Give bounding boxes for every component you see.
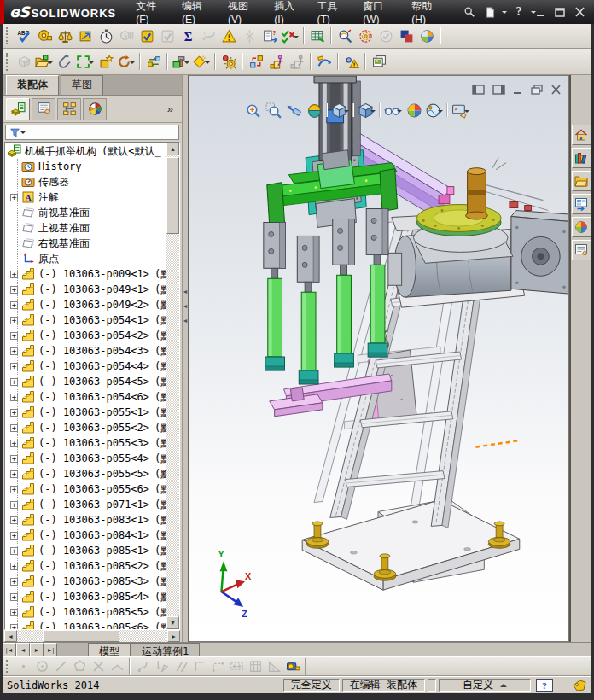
tree-item[interactable]: (-) 103063-p055<6> (默认 (5, 481, 166, 497)
component-preview-icon[interactable] (191, 51, 212, 72)
equations-icon[interactable]: Σ (178, 26, 198, 46)
expander-icon[interactable] (10, 501, 18, 509)
scrollbar-thumb[interactable] (166, 157, 179, 234)
point-icon[interactable] (14, 658, 32, 675)
tree-item[interactable]: (-) 103063-p055<2> (默认 (5, 420, 166, 435)
document-tab[interactable]: 运动算例1 (131, 643, 200, 656)
tree-item[interactable]: (-) 103063-p085<6> (默认 (5, 620, 166, 629)
verification-icon[interactable] (218, 26, 239, 46)
tree-item[interactable]: (-) 103063-p054<1> (默认 (5, 312, 166, 328)
expander-icon[interactable] (10, 409, 18, 417)
task-pane-button[interactable] (572, 148, 591, 168)
tree-item[interactable]: (-) 103063-p071<1> (默认 (5, 497, 166, 512)
tree-item[interactable]: (-) 103063-p054<2> (默认 (5, 328, 166, 343)
dropdown-caret-icon[interactable] (464, 110, 469, 115)
line-icon[interactable] (51, 658, 70, 675)
zoom-fit-icon[interactable] (242, 100, 262, 120)
tab-first-button[interactable]: |◄ (3, 643, 16, 656)
tree-item[interactable]: 前视基准面 (5, 205, 166, 220)
tree-item[interactable]: 机械手抓举机构 (默认<默认_ (5, 143, 166, 159)
tree-item[interactable]: (-) 103063-p049<1> (默认 (5, 282, 166, 297)
tab-last-button[interactable]: ►| (44, 643, 57, 656)
select-chain-icon[interactable] (208, 658, 227, 675)
expander-icon[interactable] (10, 301, 18, 309)
hide-show-items-icon[interactable] (383, 100, 403, 120)
new-document-dropdown-icon[interactable] (502, 11, 507, 16)
new-document-icon[interactable] (481, 3, 498, 20)
sketch-arrow-icon[interactable] (152, 658, 171, 675)
task-pane-button[interactable] (572, 217, 591, 237)
walk-through-gray-icon[interactable] (287, 51, 307, 72)
tag-icon[interactable] (572, 680, 587, 691)
mass-properties-icon[interactable] (55, 26, 75, 46)
expander-icon[interactable] (10, 332, 18, 340)
grid-icon[interactable] (246, 658, 265, 675)
propertymanager-tab-icon[interactable] (32, 98, 55, 120)
smart-component-icon[interactable] (96, 51, 116, 72)
expander-icon[interactable] (10, 593, 18, 601)
expander-icon[interactable] (10, 624, 18, 630)
render-preview-icon[interactable] (335, 26, 355, 46)
expander-icon[interactable] (10, 578, 18, 586)
expander-icon[interactable] (10, 516, 18, 524)
tab-prev-button[interactable]: ◄ (16, 643, 30, 656)
bom-table-icon[interactable] (307, 26, 328, 46)
tree-item[interactable]: 上视基准面 (5, 220, 166, 236)
displaymanager-tab-icon[interactable] (83, 98, 107, 120)
measure2-icon[interactable] (283, 658, 302, 675)
expander-icon[interactable] (10, 347, 18, 355)
tree-item[interactable]: (-) 103063-p083<1> (默认 (5, 512, 166, 528)
window-close-button[interactable] (574, 7, 585, 17)
component-pattern-icon[interactable] (75, 51, 96, 72)
design-checker-icon[interactable] (137, 26, 157, 46)
tree-item[interactable]: History (5, 159, 166, 174)
expander-icon[interactable] (10, 440, 18, 447)
spellcheck-icon[interactable]: ABC (14, 26, 34, 46)
open-part-icon[interactable] (34, 51, 55, 72)
expander-icon[interactable] (10, 378, 18, 386)
task-pane-button[interactable] (572, 125, 591, 145)
zoom-area-icon[interactable] (263, 100, 282, 120)
assembly-features-icon[interactable] (171, 51, 191, 72)
expander-icon[interactable] (10, 394, 18, 401)
help-icon[interactable]: ? (510, 3, 527, 20)
tree-vertical-scrollbar[interactable]: ▲ ▼ (166, 143, 179, 629)
tree-item[interactable]: (-) 103063-p085<3> (默认 (5, 574, 166, 589)
scroll-down-icon[interactable]: ▼ (166, 616, 179, 629)
expander-icon[interactable] (10, 455, 18, 463)
configurationmanager-tab-icon[interactable] (57, 98, 81, 120)
compare-docs-icon[interactable]: ? (259, 26, 280, 46)
custom-status-dropdown[interactable]: 自定义 (439, 679, 531, 692)
tree-item[interactable]: (-) 103063-p055<5> (默认 (5, 466, 166, 481)
dropdown-caret-icon[interactable] (184, 61, 189, 67)
tree-item[interactable]: (-) 103063-p009<1> (默认 (5, 266, 166, 282)
pane-left-button[interactable] (472, 85, 485, 95)
stopwatch-icon[interactable] (96, 26, 116, 46)
expander-icon[interactable] (10, 363, 18, 370)
import-diagnostics-icon[interactable] (280, 26, 300, 46)
take-snapshot-icon[interactable] (369, 51, 389, 72)
expander-icon[interactable] (10, 547, 18, 555)
model-canvas[interactable]: Y X Z (189, 76, 568, 641)
photoview-icon[interactable] (416, 26, 437, 46)
tree-item[interactable]: (-) 103063-p054<4> (默认 (5, 359, 166, 374)
previous-view-icon[interactable] (283, 100, 303, 120)
tree-item[interactable]: 传感器 (5, 174, 166, 190)
dropdown-caret-icon[interactable] (130, 61, 135, 67)
view-settings-icon[interactable] (451, 100, 470, 120)
approve-icon[interactable] (376, 26, 396, 46)
rotate-component-icon[interactable] (116, 51, 137, 72)
tree-item[interactable]: (-) 103063-p055<3> (默认 (5, 435, 166, 451)
scrollbar-thumb[interactable] (43, 630, 119, 642)
tree-item[interactable]: 原点 (5, 251, 166, 266)
expander-icon[interactable] (10, 317, 18, 324)
window-restore-button[interactable] (555, 7, 566, 17)
mate-icon[interactable] (55, 51, 75, 72)
view-orientation-icon[interactable] (330, 100, 350, 120)
tree-item[interactable]: (-) 103063-p054<3> (默认 (5, 343, 166, 359)
command-tab[interactable]: 装配体 (6, 75, 59, 95)
display-style-icon[interactable] (357, 100, 376, 120)
expander-icon[interactable] (10, 194, 18, 201)
tree-item[interactable]: (-) 103063-p084<1> (默认 (5, 528, 166, 543)
dropdown-caret-icon[interactable] (89, 61, 94, 67)
